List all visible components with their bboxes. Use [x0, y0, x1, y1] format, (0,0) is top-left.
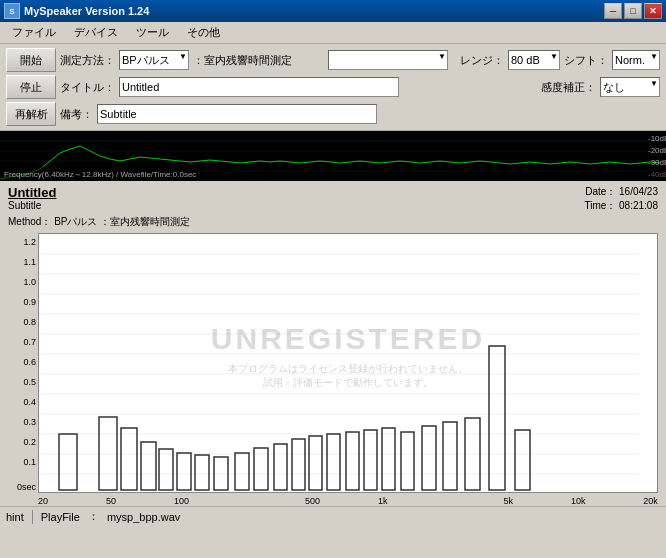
title-input[interactable]	[119, 77, 399, 97]
shift-combo[interactable]: Norm.	[612, 50, 660, 70]
reanalyze-button[interactable]: 再解析	[6, 102, 56, 126]
menu-device[interactable]: デバイス	[66, 23, 126, 42]
bar-63khz	[443, 422, 457, 490]
svg-text:0.4: 0.4	[23, 397, 36, 407]
chart-title: Untitled	[8, 185, 56, 200]
x-label-500: 500	[305, 496, 320, 506]
svg-text:-20dB: -20dB	[648, 146, 666, 155]
note-label: 備考：	[60, 107, 93, 122]
svg-text:0.8: 0.8	[23, 317, 36, 327]
measure-label: 測定方法：	[60, 53, 115, 68]
svg-text:-30dB: -30dB	[648, 158, 666, 167]
start-button[interactable]: 開始	[6, 48, 56, 72]
bar-125khz2	[515, 430, 530, 490]
x-label-10k: 10k	[571, 496, 586, 506]
bar-500hz	[235, 453, 249, 490]
bar-250hz	[177, 453, 191, 490]
x-label-5k: 5k	[503, 496, 513, 506]
svg-text:-10dB: -10dB	[648, 134, 666, 143]
maximize-button[interactable]: □	[624, 3, 642, 19]
room-label: ：室内残響時間測定	[193, 53, 292, 68]
sensitivity-label: 感度補正：	[541, 80, 596, 95]
menu-bar: ファイル デバイス ツール その他	[0, 22, 666, 44]
bar-125khz	[309, 436, 322, 490]
menu-tools[interactable]: ツール	[128, 23, 177, 42]
watermark-line1: 本プログラムはライセンス登録が行われていません。	[228, 363, 468, 374]
bar-630hz	[254, 448, 268, 490]
watermark-title: UNREGISTERED	[211, 322, 485, 355]
bar-125hz	[121, 428, 137, 490]
play-separator: ：	[88, 509, 99, 524]
svg-text:0.6: 0.6	[23, 357, 36, 367]
bar-25khz	[364, 430, 377, 490]
bar-400hz	[214, 457, 228, 490]
x-label-1k: 1k	[378, 496, 388, 506]
x-label-50: 50	[106, 496, 116, 506]
bar-2khz	[346, 432, 359, 490]
menu-other[interactable]: その他	[179, 23, 228, 42]
stop-button[interactable]: 停止	[6, 75, 56, 99]
svg-text:1.1: 1.1	[23, 257, 36, 267]
toolbar: 開始 測定方法： BPパルス ：室内残響時間測定 レンジ： 80 dB シフト：…	[0, 44, 666, 131]
chart-info-area: Untitled Subtitle Date： 16/04/23 Time： 0…	[0, 181, 666, 229]
bar-chart-svg: UNREGISTERED 本プログラムはライセンス登録が行われていません。 試用…	[38, 233, 658, 493]
range-label: レンジ：	[460, 53, 504, 68]
app-icon: S	[4, 3, 20, 19]
menu-file[interactable]: ファイル	[4, 23, 64, 42]
bar-200hz	[159, 449, 173, 490]
svg-text:0.1: 0.1	[23, 457, 36, 467]
sensitivity-combo[interactable]: なし	[600, 77, 660, 97]
note-input[interactable]	[97, 104, 377, 124]
bar-315khz	[382, 428, 395, 490]
bar-100hz	[99, 417, 117, 490]
method-line: Method： BPパルス ：室内残響時間測定	[8, 215, 658, 229]
bar-800hz	[274, 444, 287, 490]
freq-label: Frequency(6.40kHz～12.8kHz) / Wavefile/Ti…	[0, 167, 666, 181]
bar-16khz	[327, 434, 340, 490]
chart-date: Date： 16/04/23	[584, 185, 658, 199]
status-bar: hint PlayFile ： mysp_bpp.wav	[0, 506, 666, 526]
x-label-100: 100	[174, 496, 189, 506]
bar-4khz	[401, 432, 414, 490]
svg-text:0.9: 0.9	[23, 297, 36, 307]
play-file: mysp_bpp.wav	[107, 511, 180, 523]
x-axis-labels: 20 50 100 500 1k 5k 10k 20k	[38, 495, 658, 506]
minimize-button[interactable]: ─	[604, 3, 622, 19]
bar-5khz	[422, 426, 436, 490]
play-label: PlayFile	[41, 511, 80, 523]
svg-text:1.0: 1.0	[23, 277, 36, 287]
chart-section: 1.2 1.1 1.0 0.9 0.8 0.7 0.6 0.5 0.4 0.3 …	[0, 233, 666, 506]
svg-text:0sec: 0sec	[17, 482, 37, 492]
bar-315hz	[195, 455, 209, 490]
main-chart: UNREGISTERED 本プログラムはライセンス登録が行われていません。 試用…	[38, 233, 658, 506]
shift-label: シフト：	[564, 53, 608, 68]
bar-1khz	[292, 439, 305, 490]
window-title: MySpeaker Version 1.24	[24, 5, 149, 17]
svg-text:1.2: 1.2	[23, 237, 36, 247]
svg-text:0.7: 0.7	[23, 337, 36, 347]
waveform-display: -10dB -20dB -30dB -40dB Frequency(6.40kH…	[0, 131, 666, 181]
title-bar: S MySpeaker Version 1.24 ─ □ ✕	[0, 0, 666, 22]
y-axis: 1.2 1.1 1.0 0.9 0.8 0.7 0.6 0.5 0.4 0.3 …	[8, 233, 38, 493]
bar-50hz	[59, 434, 77, 490]
svg-text:0.2: 0.2	[23, 437, 36, 447]
status-divider	[32, 510, 33, 524]
svg-text:0.5: 0.5	[23, 377, 36, 387]
x-label-20k: 20k	[643, 496, 658, 506]
chart-subtitle: Subtitle	[8, 200, 56, 211]
bar-10khz	[489, 346, 505, 490]
svg-text:0.3: 0.3	[23, 417, 36, 427]
y-axis-svg: 1.2 1.1 1.0 0.9 0.8 0.7 0.6 0.5 0.4 0.3 …	[8, 233, 38, 493]
measure-combo[interactable]: BPパルス	[119, 50, 189, 70]
range-combo[interactable]: 80 dB	[508, 50, 560, 70]
x-label-20: 20	[38, 496, 48, 506]
chart-time: Time： 08:21:08	[584, 199, 658, 213]
room-method-combo[interactable]	[328, 50, 448, 70]
bar-160hz	[141, 442, 156, 490]
watermark-line2: 試用・評価モードで動作しています。	[263, 377, 433, 388]
title-label: タイトル：	[60, 80, 115, 95]
close-button[interactable]: ✕	[644, 3, 662, 19]
hint-label: hint	[6, 511, 24, 523]
